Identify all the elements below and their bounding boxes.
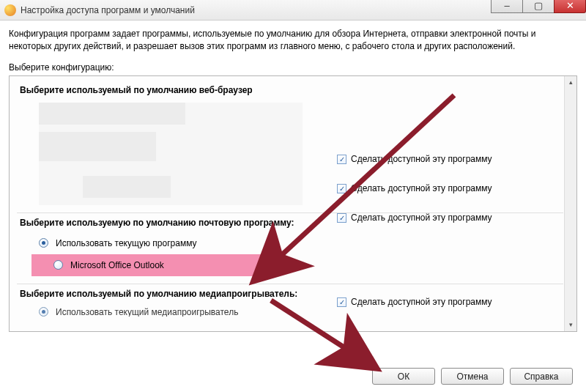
checkbox-label: Сделать доступной эту программу [351,297,492,307]
titlebar: Настройка доступа программ и умолчаний –… [0,0,586,21]
radio-use-current-mail[interactable]: Использовать текущую программу [17,232,563,254]
checkbox-enable-outlook[interactable]: ✓ Сделать доступной эту программу [337,297,492,307]
checkbox-icon: ✓ [337,213,346,223]
checkbox-label: Сделать доступной эту программу [351,212,492,223]
radio-outlook[interactable]: Microsoft Office Outlook [31,254,277,276]
scroll-up-icon[interactable]: ▴ [565,76,576,89]
dialog-buttons: ОК Отмена Справка [372,368,573,385]
config-listbox: Выберите используемый по умолчанию веб-б… [9,75,577,332]
checkbox-label: Сделать доступной эту программу [351,183,492,193]
radio-icon [39,307,48,317]
help-button[interactable]: Справка [510,368,573,385]
choose-config-label: Выберите конфигурацию: [9,62,577,73]
description-text: Конфигурация программ задает программы, … [9,28,577,53]
cancel-button[interactable]: Отмена [441,368,504,385]
app-icon [4,4,16,16]
minimize-button[interactable]: – [491,0,523,13]
checkbox-enable-program-2[interactable]: ✓ Сделать доступной эту программу [337,183,492,193]
radio-label: Использовать текущий медиапроигрыватель [56,307,238,317]
checkbox-enable-program-1[interactable]: ✓ Сделать доступной эту программу [337,154,492,164]
checkbox-label: Сделать доступной эту программу [351,154,492,164]
window-buttons: – ▢ ✕ [492,0,586,13]
blurred-browser-options [39,103,303,205]
ok-button[interactable]: ОК [372,368,435,385]
radio-icon [53,260,63,270]
section-heading-browser: Выберите используемый по умолчанию веб-б… [17,81,563,100]
radio-label: Использовать текущую программу [56,238,197,248]
radio-icon [39,238,48,248]
checkbox-icon: ✓ [337,297,346,307]
dialog-content: Конфигурация программ задает программы, … [0,21,586,332]
scrollbar[interactable]: ▴ ▾ [564,76,576,331]
window-title: Настройка доступа программ и умолчаний [21,5,195,15]
scroll-down-icon[interactable]: ▾ [565,319,576,331]
radio-label: Microsoft Office Outlook [70,260,164,270]
checkbox-enable-program-3[interactable]: ✓ Сделать доступной эту программу [337,212,492,223]
close-button[interactable]: ✕ [554,0,586,13]
checkbox-icon: ✓ [337,155,346,164]
maximize-button[interactable]: ▢ [522,0,555,13]
checkbox-icon: ✓ [337,184,346,193]
